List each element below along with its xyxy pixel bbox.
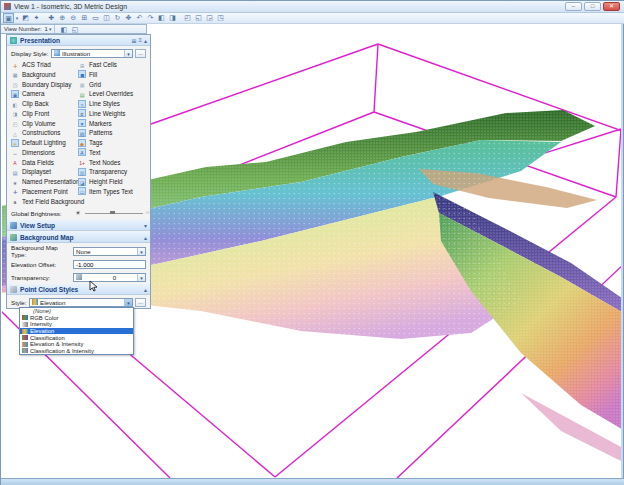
zoom-in-icon[interactable]: ⊕ [57,13,68,23]
point-cloud-styles-section-header[interactable]: Point Cloud Styles ▴ [7,284,150,295]
toggle-transparency[interactable]: ▥Transparency [78,167,127,176]
style-option-elevation-intensity[interactable]: Elevation & Intensity [20,341,133,348]
zoom-out-icon[interactable]: ⊖ [68,13,79,23]
view-number-value[interactable]: 1 [45,26,48,32]
background-map-collapse-icon[interactable]: ▴ [144,234,147,241]
toggle-camera[interactable]: ▣Camera [11,89,44,98]
toggle-displayset[interactable]: ▤Displayset [11,167,51,176]
style-option-intensity[interactable]: Intensity [20,321,133,328]
show-view-toggle-icon[interactable]: ◧ [58,25,69,34]
style-option--none-[interactable]: (None) [20,308,133,315]
toggle-height-field[interactable]: ◪Height Field [78,177,123,186]
toggle-dimensions[interactable]: ↔Dimensions [11,148,55,157]
toggle-clip-back[interactable]: ◧Clip Back [11,99,49,108]
toggle-named-presentation[interactable]: ★Named Presentation [11,177,79,186]
navigate-view-icon[interactable]: ◳ [215,13,226,23]
clip-volume-icon[interactable]: ◰ [182,13,193,23]
display-style-more-button[interactable]: ... [135,49,146,58]
style-option-elevation[interactable]: Elevation [20,328,133,335]
clip-mask-icon[interactable]: ◱ [193,13,204,23]
toggle-label: Text Field Background [22,198,84,205]
toggle-clip-front[interactable]: ◨Clip Front [11,109,49,118]
style-option-classification-intensity[interactable]: Classification & Intensity [20,348,133,355]
window-area-icon[interactable]: ⊞ [79,13,90,23]
update-view-icon[interactable]: ✚ [46,13,57,23]
toggle-acs-triad[interactable]: ✛ACS Triad [11,60,51,69]
point-cloud-style-caret-icon[interactable]: ▾ [124,299,132,306]
manage-view-groups-icon[interactable]: ◱ [69,25,80,34]
toggle-text-nodes[interactable]: 1+Text Nodes [78,158,121,167]
toggle-placement-point[interactable]: ✛Placement Point [11,187,68,196]
toggle-fill[interactable]: ◼Fill [78,70,97,79]
transparency-caret-icon[interactable]: ▾ [137,274,145,281]
toggle-label: Patterns [89,129,112,136]
view-setup-section-header[interactable]: View Setup ▾ [7,220,150,231]
panel-grid-view-icon[interactable]: ⊞ [131,37,136,44]
elevation-offset-label: Elevation Offset: [11,261,73,268]
view-attributes-icon[interactable]: ▣ [3,13,14,23]
camera-settings-icon[interactable]: ◲ [204,13,215,23]
view-setup-collapse-icon[interactable]: ▾ [144,222,147,229]
point-cloud-style-combo[interactable]: Elevation ▾ [29,298,133,307]
toggle-line-weights[interactable]: ≡Line Weights [78,109,125,118]
toggle-label: Item Types Text [89,188,133,195]
style-option-rgb-color[interactable]: RGB Color [20,315,133,322]
toggle-patterns[interactable]: ▨Patterns [78,128,112,137]
pan-view-icon[interactable]: ✥ [123,13,134,23]
adjust-view-brightness-icon[interactable]: ✦ [31,13,42,23]
rotate-view-icon[interactable]: ↻ [112,13,123,23]
view-previous-icon[interactable]: ↶ [134,13,145,23]
acs-triad-icon: ✛ [11,61,19,69]
toggle-boundary-display[interactable]: ◳Boundary Display [11,80,71,89]
toggle-label: Grid [89,81,101,88]
toggle-text[interactable]: AText [78,148,101,157]
toggle-fast-cells[interactable]: ⊞Fast Cells [78,60,117,69]
background-map-section-header[interactable]: Background Map ▴ [7,232,150,243]
apply-window-1-icon[interactable]: ◧ [156,13,167,23]
global-brightness-handle[interactable] [110,211,115,214]
presentation-section-header[interactable]: Presentation ⊞ ≡ ▴ [7,35,150,46]
toggle-line-styles[interactable]: ≈Line Styles [78,99,120,108]
toggle-clip-volume[interactable]: ◰Clip Volume [11,119,56,128]
toggle-background[interactable]: ▦Background [11,70,56,79]
transparency-combo[interactable]: 0 ▾ [73,273,146,282]
display-style-label: Display Style: [11,50,51,57]
point-cloud-styles-collapse-icon[interactable]: ▴ [144,286,147,293]
background-map-type-caret-icon[interactable]: ▾ [137,248,145,255]
toggle-text-field-background[interactable]: aText Field Background [11,197,84,206]
elevation-offset-field[interactable] [73,260,146,269]
display-style-caret-icon[interactable]: ▾ [124,50,132,57]
view-number-caret-icon[interactable]: ▾ [49,26,52,32]
background-map-type-combo[interactable]: None ▾ [73,247,146,256]
apply-window-2-icon[interactable]: ◨ [167,13,178,23]
view-toolbar: ▣▾◩✦✚⊕⊖⊞▭◫↻✥↶↷◧◨◰◱◲◳ [1,13,624,24]
view-display-mode-icon[interactable]: ◩ [20,13,31,23]
toggle-tags[interactable]: ◆Tags [78,138,102,147]
presentation-collapse-icon[interactable]: ▴ [144,37,147,44]
toggle-label: Markers [89,120,112,127]
copy-view-icon[interactable]: ◫ [101,13,112,23]
toggle-markers[interactable]: ▼Markers [78,119,112,128]
view-next-icon[interactable]: ↷ [145,13,156,23]
minimize-button[interactable]: – [565,2,582,11]
elevation-intensity-icon [22,342,28,347]
toggle-constructions[interactable]: △Constructions [11,128,61,137]
toggle-grid[interactable]: ▦Grid [78,80,101,89]
close-button[interactable]: ✕ [603,2,620,11]
view-setup-icon [10,222,17,229]
toggle-label: Clip Back [22,100,49,107]
point-cloud-style-more-button[interactable]: ... [135,298,146,307]
item-types-text-icon: ▭ [78,187,86,195]
maximize-button[interactable]: □ [584,2,601,11]
camera-icon: ▣ [11,90,19,98]
panel-list-view-icon[interactable]: ≡ [138,37,142,43]
toggle-level-overrides[interactable]: ▤Level Overrides [78,89,133,98]
line-styles-icon: ≈ [78,100,86,108]
toggle-item-types-text[interactable]: ▭Item Types Text [78,187,133,196]
toggle-default-lighting[interactable]: ☀Default Lighting [11,138,66,147]
text-nodes-icon: 1+ [78,158,86,166]
toggle-data-fields[interactable]: AData Fields [11,158,54,167]
display-style-combo[interactable]: Illustration ▾ [51,49,133,58]
style-option-classification[interactable]: Classification [20,334,133,341]
fit-view-icon[interactable]: ▭ [90,13,101,23]
